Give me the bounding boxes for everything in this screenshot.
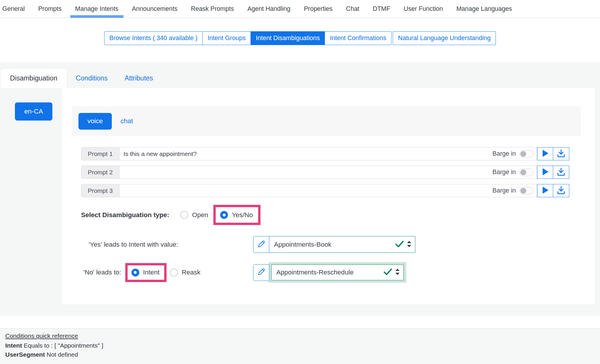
prompt-1-input[interactable]: [119, 147, 492, 160]
prompt-2-input-wrap: Barge in: [119, 166, 537, 179]
nav-item-manage-languages[interactable]: Manage Languages: [450, 0, 519, 17]
prompt-2-input[interactable]: [119, 166, 492, 178]
toggle-knob: [520, 169, 526, 175]
prompt-1-barge-in: Barge in: [492, 150, 536, 158]
no-intent-select[interactable]: Appointments-Reschedule: [271, 265, 404, 280]
play-prompt-button[interactable]: [537, 147, 553, 160]
intent-condition-key: Intent: [5, 342, 22, 349]
nav-item-properties[interactable]: Properties: [297, 0, 339, 17]
prompt-3-label: Prompt 3: [81, 184, 119, 197]
barge-in-toggle[interactable]: [520, 169, 533, 176]
no-intent-field: Appointments-Reschedule: [253, 262, 406, 283]
radio-yes-no-label[interactable]: Yes/No: [232, 211, 253, 219]
download-prompt-button[interactable]: [553, 166, 569, 179]
tab-disambiguation[interactable]: Disambiguation: [0, 68, 67, 88]
subtab-intent-confirmations[interactable]: Intent Confirmations: [325, 31, 391, 45]
radio-reask[interactable]: [170, 269, 178, 277]
radio-intent[interactable]: [131, 269, 139, 277]
nav-item-prompts[interactable]: Prompts: [32, 0, 68, 17]
play-prompt-button[interactable]: [537, 166, 553, 179]
barge-in-toggle[interactable]: [520, 150, 533, 158]
prompt-list: Prompt 1 Barge in: [81, 147, 569, 197]
download-prompt-button[interactable]: [553, 184, 569, 197]
valid-check-icon: [383, 268, 392, 277]
disambiguation-section: Disambiguation Conditions Attributes en-…: [0, 62, 600, 316]
usersegment-condition-line: UserSegment Not defined: [5, 351, 600, 358]
tab-conditions[interactable]: Conditions: [67, 68, 116, 88]
nav-item-chat[interactable]: Chat: [339, 0, 366, 17]
prompt-3-barge-in: Barge in: [492, 187, 536, 195]
prompt-3-input-wrap: Barge in: [119, 184, 537, 197]
no-intent-highlight: Appointments-Reschedule: [269, 262, 406, 283]
subtab-intent-disambiguations[interactable]: Intent Disambiguations: [251, 31, 325, 45]
disambiguation-type-label: Select Disambiguation type:: [81, 211, 169, 219]
select-arrows-icon: [395, 269, 400, 276]
prompt-2-label: Prompt 2: [81, 166, 119, 179]
yes-no-highlight-box: Yes/No: [213, 205, 260, 225]
no-leads-to-row: 'No' leads to: Intent Reask: [83, 262, 581, 283]
download-icon: [557, 149, 565, 159]
download-prompt-button[interactable]: [553, 147, 569, 160]
subtab-browse-intents[interactable]: Browse Intents ( 340 available ): [104, 31, 203, 45]
nav-item-agent-handling[interactable]: Agent Handling: [241, 0, 297, 17]
disambiguation-card: en-CA voice chat Prompt 1 Barge in: [5, 88, 595, 304]
barge-in-toggle[interactable]: [520, 187, 533, 195]
play-prompt-button[interactable]: [537, 184, 553, 197]
section-footer-gap: [0, 316, 600, 328]
select-indicators: [395, 241, 412, 249]
pencil-icon: [258, 268, 265, 277]
toggle-knob: [520, 188, 526, 194]
barge-in-label: Barge in: [492, 169, 516, 176]
language-button-en-ca[interactable]: en-CA: [15, 102, 52, 121]
download-icon: [557, 168, 565, 177]
nav-item-user-function[interactable]: User Function: [397, 0, 450, 17]
intent-condition-line: Intent Equals to : [ "Appointments" ]: [5, 342, 600, 349]
intents-subtab-bar: Browse Intents ( 340 available ) Intent …: [0, 18, 600, 62]
channel-chat-link[interactable]: chat: [121, 117, 133, 125]
subtab-natural-language-understanding[interactable]: Natural Language Understanding: [393, 31, 496, 45]
conditions-quick-reference-link[interactable]: Conditions quick reference: [5, 332, 78, 339]
edit-no-intent-button[interactable]: [253, 264, 269, 281]
yes-intent-field: Appointments-Book: [253, 236, 415, 253]
channel-banner: voice chat: [72, 106, 581, 136]
prompt-row-2: Prompt 2 Barge in: [81, 166, 569, 179]
disambiguation-type-row: Select Disambiguation type: Open Yes/No: [81, 205, 581, 225]
usersegment-condition-key: UserSegment: [5, 351, 45, 358]
nav-item-manage-intents[interactable]: Manage Intents: [68, 0, 125, 17]
radio-open-label[interactable]: Open: [192, 211, 208, 219]
nav-item-reask-prompts[interactable]: Reask Prompts: [184, 0, 241, 17]
conditions-quick-reference: Conditions quick reference Intent Equals…: [0, 328, 600, 364]
radio-yes-no[interactable]: [220, 211, 228, 219]
language-sidebar: en-CA: [5, 88, 62, 304]
channel-voice-button[interactable]: voice: [78, 113, 112, 130]
nav-item-announcements[interactable]: Announcements: [125, 0, 184, 17]
reask-option: Reask: [170, 269, 200, 277]
valid-check-icon: [395, 241, 404, 249]
radio-reask-label[interactable]: Reask: [182, 269, 200, 276]
prompt-row-3: Prompt 3 Barge in: [81, 184, 569, 197]
subtab-intent-groups[interactable]: Intent Groups: [202, 31, 251, 45]
prompt-3-input[interactable]: [119, 184, 492, 197]
play-icon: [542, 150, 549, 158]
top-navigation: General Prompts Manage Intents Announcem…: [0, 0, 600, 18]
nav-item-dtmf[interactable]: DTMF: [366, 0, 397, 17]
select-indicators: [383, 268, 400, 277]
barge-in-label: Barge in: [492, 187, 516, 194]
download-icon: [557, 186, 565, 195]
disambiguation-content: voice chat Prompt 1 Barge in: [62, 88, 595, 304]
edit-yes-intent-button[interactable]: [253, 236, 269, 253]
yes-intent-value: Appointments-Book: [274, 241, 395, 248]
yes-leads-to-label: 'Yes' leads to Intent with value:: [89, 241, 253, 248]
select-arrows-icon: [407, 241, 412, 248]
radio-intent-label[interactable]: Intent: [143, 269, 160, 276]
no-leads-to-options: 'No' leads to: Intent Reask: [83, 263, 253, 282]
tab-attributes[interactable]: Attributes: [116, 68, 162, 88]
disambiguation-tab-bar: Disambiguation Conditions Attributes: [0, 68, 600, 88]
radio-open[interactable]: [180, 211, 188, 219]
nav-item-general[interactable]: General: [0, 0, 32, 17]
toggle-knob: [520, 151, 526, 157]
barge-in-label: Barge in: [492, 150, 516, 157]
prompt-1-label: Prompt 1: [81, 147, 119, 160]
prompt-1-input-wrap: Barge in: [119, 147, 537, 160]
yes-intent-select[interactable]: Appointments-Book: [269, 236, 415, 253]
